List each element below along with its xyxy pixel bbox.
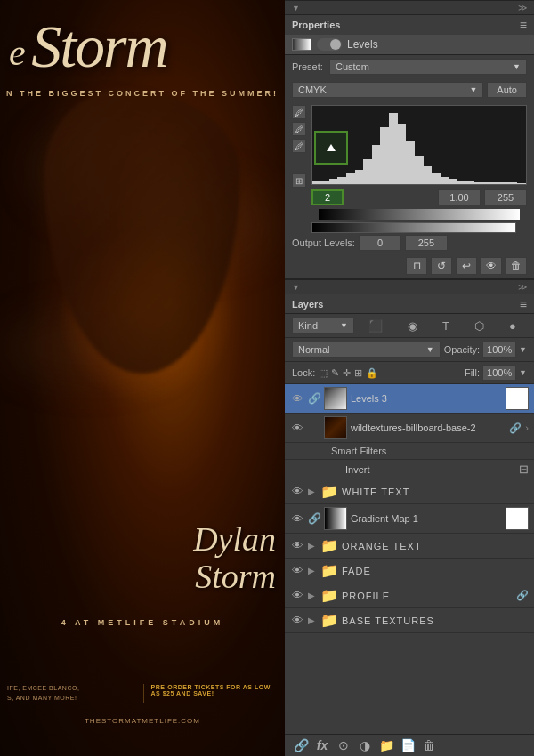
lock-label: Lock: [292,367,315,378]
visibility-button[interactable]: 👁 [481,257,502,275]
gamma-input[interactable]: 1.00 [438,189,481,205]
eyedropper-white-icon[interactable]: 🖉 [292,139,306,153]
poster-footer-left: IFE, EMCEE BLANCO,S, AND MANY MORE! [0,684,142,703]
folder-icon-orange: 📁 [320,537,338,554]
layer-link-levels3: 🔗 [308,392,320,405]
preset-label: Preset: [292,61,326,72]
levels-toggle[interactable] [317,38,342,51]
folder-name-profile: PROFILE [342,591,513,601]
fill-label: Fill: [465,367,480,378]
profile-link-icon: 🔗 [516,590,529,601]
folder-item-white-text[interactable]: 👁 ▶ 📁 WHITE TEXT [285,479,534,504]
pixel-filter-icon[interactable]: ⬛ [368,319,383,333]
mode-row: Normal ▼ Opacity: 100% ▼ [285,338,534,362]
folder-visibility-fade[interactable]: 👁 [290,564,304,577]
adjustment-filter-icon[interactable]: ◉ [408,319,417,333]
poster-footer-right: PRE-ORDER TICKETS FOR AS LOWAS $25 AND S… [143,684,286,703]
poster-title: e Storm [0,16,285,76]
poster-artist-name: Dylan Storm [193,521,276,596]
cmyk-select[interactable]: CMYK ▼ [292,82,483,98]
auto-button[interactable]: Auto [487,82,527,98]
folder-visibility-orange[interactable]: 👁 [290,539,304,552]
folder-item-fade[interactable]: 👁 ▶ 📁 FADE [285,559,534,583]
fill-input[interactable]: 100% [482,365,516,381]
output-shadow-input[interactable]: 0 [359,235,401,251]
group-button[interactable]: 📁 [377,738,395,752]
levels-label: Levels [347,38,378,51]
reset-button[interactable]: ↺ [431,257,452,275]
lock-pixel-icon[interactable]: ⬚ [319,367,328,379]
gradient-bar-row [285,207,534,221]
eyedropper-grey-icon[interactable]: 🖉 [292,122,306,136]
layer-item-wildtextures[interactable]: 👁 wildtextures-billboard-base-2 🔗 › [285,414,534,443]
poster-date: 4 AT METLIFE STADIUM [0,618,285,627]
folder-visibility-profile[interactable]: 👁 [290,589,304,602]
invert-label: Invert [345,464,370,475]
folder-name-fade: FADE [342,566,529,576]
clip-button[interactable]: ⊓ [406,257,427,275]
layers-menu-icon[interactable]: ≡ [520,297,527,311]
folder-visibility-base[interactable]: 👁 [290,614,304,627]
histogram-icon[interactable]: ⊞ [292,173,306,188]
properties-collapse-bar[interactable]: ▼ ≫ [285,0,534,15]
kind-chevron-icon: ▼ [340,321,348,330]
invert-options-icon[interactable]: ⊟ [519,462,529,476]
lock-artboard-icon[interactable]: ⊞ [354,367,362,379]
layer-name-gradient: Gradient Map 1 [351,513,502,524]
layer-visibility-levels3[interactable]: 👁 [290,392,304,406]
opacity-input[interactable]: 100% [482,342,516,358]
folder-arrow-base: ▶ [308,615,317,625]
delete-layer-button[interactable]: 🗑 [420,738,438,752]
poster-subtitle: N THE BIGGEST CONCERT OF THE SUMMER! [0,89,285,98]
lock-all-icon[interactable]: 🔒 [366,367,378,379]
output-gradient-row [285,221,534,233]
highlight-input[interactable]: 255 [484,189,527,205]
wildtextures-link-icon: 🔗 [509,422,522,434]
cmyk-chevron-icon: ▼ [469,85,477,94]
adjustment-button[interactable]: ◑ [356,738,374,752]
smart-filter-icon[interactable]: ● [509,319,516,333]
properties-menu-icon[interactable]: ≡ [520,18,527,32]
folder-item-profile[interactable]: 👁 ▶ 📁 PROFILE 🔗 [285,583,534,608]
levels-tab-icon [292,38,312,51]
output-highlight-input[interactable]: 255 [405,235,448,251]
layer-item-levels3[interactable]: 👁 🔗 Levels 3 [285,384,534,414]
fx-button[interactable]: fx [313,738,331,752]
lock-draw-icon[interactable]: ✎ [331,367,339,379]
link-layers-button[interactable]: 🔗 [292,738,310,752]
mode-select[interactable]: Normal ▼ [292,342,441,358]
opacity-label: Opacity: [444,344,480,355]
layer-thumb-wildtextures [324,416,347,439]
cmyk-row: CMYK ▼ Auto [285,78,534,101]
output-label: Output Levels: [292,237,355,248]
mask-button[interactable]: ⊙ [335,738,352,752]
preset-row: Preset: Custom ▼ [285,55,534,78]
artist-name-line1: Dylan [193,521,276,559]
kind-label: Kind [298,320,318,331]
type-filter-icon[interactable]: T [442,319,449,333]
kind-select[interactable]: Kind ▼ [292,318,354,334]
lock-move-icon[interactable]: ✛ [343,367,351,379]
poster-panel: e Storm N THE BIGGEST CONCERT OF THE SUM… [0,0,285,756]
delete-button[interactable]: 🗑 [506,257,527,275]
folder-visibility-white-text[interactable]: 👁 [290,485,304,498]
layers-collapse-bar[interactable]: ▼ ≫ [285,279,534,294]
new-layer-button[interactable]: 📄 [399,738,417,752]
layer-name-levels3: Levels 3 [351,393,502,404]
layer-thumb-gradient [324,507,347,530]
eyedropper-black-icon[interactable]: 🖉 [292,105,306,119]
folder-item-base-textures[interactable]: 👁 ▶ 📁 BASE TEXTURES [285,608,534,633]
folder-item-orange-text[interactable]: 👁 ▶ 📁 ORANGE TEXT [285,534,534,559]
folder-icon-fade: 📁 [320,562,338,579]
preset-chevron-icon: ▼ [513,62,521,71]
layer-visibility-wildtextures[interactable]: 👁 [290,422,304,435]
preset-select[interactable]: Custom ▼ [329,59,527,75]
undo-button[interactable]: ↩ [456,257,477,275]
shadow-input[interactable]: 2 [312,189,344,205]
kind-row: Kind ▼ ⬛ ◉ T ⬡ ● [285,314,534,338]
layer-item-gradient-map[interactable]: 👁 🔗 Gradient Map 1 [285,504,534,534]
folder-arrow-fade: ▶ [308,566,317,575]
layer-name-wildtextures: wildtextures-billboard-base-2 [351,422,506,433]
layer-visibility-gradient[interactable]: 👁 [290,512,304,526]
shape-filter-icon[interactable]: ⬡ [474,319,484,333]
